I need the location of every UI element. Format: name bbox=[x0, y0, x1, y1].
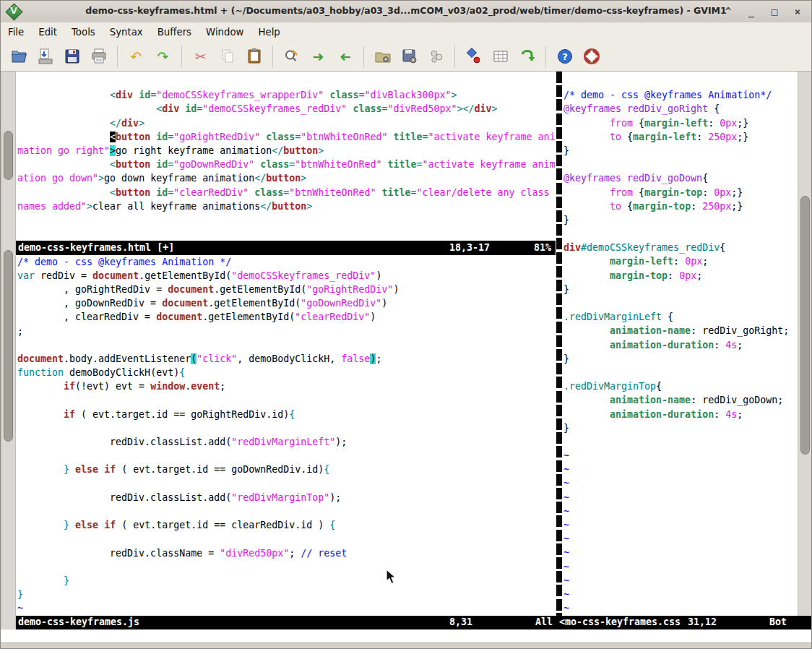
code-line: } bbox=[17, 588, 556, 601]
build-tags-icon[interactable] bbox=[491, 46, 511, 66]
vertical-split-separator[interactable] bbox=[556, 72, 563, 616]
save-all-icon[interactable] bbox=[62, 46, 82, 66]
code-line: from {margin-left: 0px;} bbox=[563, 116, 798, 130]
toolbar-separator bbox=[454, 46, 455, 67]
left-scrollbar-thumb-bottom[interactable] bbox=[4, 250, 13, 442]
window-title: demo-css-keyframes.html + (~/Documents/a… bbox=[1, 5, 811, 16]
window-controls: ^_□× bbox=[722, 1, 804, 22]
code-line bbox=[17, 560, 556, 574]
code-line bbox=[17, 74, 556, 88]
find-prev-icon[interactable]: ➜ bbox=[335, 46, 355, 66]
right-scrollbar-trough[interactable] bbox=[798, 72, 812, 616]
menu-item-buffers[interactable]: Buffers bbox=[150, 24, 199, 40]
code-line bbox=[563, 158, 798, 171]
command-line[interactable] bbox=[1, 629, 812, 642]
minimize-button[interactable]: _ bbox=[745, 6, 758, 17]
code-line: .redDivMarginLeft { bbox=[563, 310, 798, 324]
find-next-icon[interactable]: ➜ bbox=[308, 46, 329, 66]
code-line: names added">clear all keyframe animatio… bbox=[17, 199, 556, 213]
code-line: ~ bbox=[563, 588, 798, 601]
svg-text:?: ? bbox=[562, 51, 568, 62]
code-line: } bbox=[563, 421, 798, 435]
menu-item-file[interactable]: File bbox=[1, 24, 31, 40]
code-line: to {margin-top: 250px;} bbox=[563, 199, 798, 213]
code-line: ~ bbox=[563, 463, 798, 476]
menu-item-help[interactable]: Help bbox=[251, 24, 287, 40]
code-line: animation-name: redDiv_goRight; bbox=[563, 324, 798, 338]
menu-item-window[interactable]: Window bbox=[199, 24, 251, 40]
code-line: var redDiv = document.getElementById("de… bbox=[17, 269, 556, 283]
code-line: <div id="demoCSSkeyframes_wrapperDiv" cl… bbox=[17, 88, 556, 102]
code-line: } bbox=[563, 352, 798, 366]
help-icon[interactable]: ? bbox=[555, 46, 575, 66]
open-icon[interactable] bbox=[9, 46, 29, 66]
right-scrollbar-thumb[interactable] bbox=[800, 196, 810, 455]
print-icon[interactable] bbox=[89, 46, 109, 66]
statusline-bottom[interactable]: demo-css-keyframes.js 8,31 All <mo-css-k… bbox=[16, 616, 812, 630]
code-line: animation-name: redDiv_goDown; bbox=[563, 393, 798, 407]
cut-icon[interactable]: ✂ bbox=[191, 46, 211, 66]
find-help-icon[interactable] bbox=[582, 46, 602, 66]
code-line: /* demo - css @keyframes Animation*/ bbox=[563, 88, 798, 102]
menu-item-edit[interactable]: Edit bbox=[31, 24, 64, 40]
code-line: <button id="goRightRedDiv" class="btnWhi… bbox=[17, 130, 556, 144]
left-scrollbar-thumb-top[interactable] bbox=[4, 131, 13, 180]
code-line: <button id="clearRedDiv" class="btnWhite… bbox=[17, 186, 556, 199]
code-line bbox=[563, 74, 798, 88]
save-icon[interactable] bbox=[35, 46, 56, 66]
code-line: <div id="demoCSSkeyframes_redDiv" class=… bbox=[17, 102, 556, 116]
gvim-window: V demo-css-keyframes.html + (~/Documents… bbox=[0, 0, 812, 649]
code-line bbox=[17, 421, 556, 435]
code-line bbox=[563, 366, 798, 379]
titlebar[interactable]: V demo-css-keyframes.html + (~/Documents… bbox=[1, 1, 811, 23]
code-line bbox=[563, 296, 798, 310]
code-line: <button id="goDownRedDiv" class="btnWhit… bbox=[17, 158, 556, 171]
code-line: ; bbox=[17, 324, 556, 338]
run-script-icon[interactable] bbox=[426, 46, 446, 66]
code-line: div#demoCSSkeyframes_redDiv{ bbox=[563, 241, 798, 254]
statusline-css-scroll: Bot bbox=[769, 616, 787, 627]
code-line: ~ bbox=[563, 601, 798, 615]
maximize-button[interactable]: □ bbox=[768, 6, 781, 17]
code-line: ation go down">go down keyframe animatio… bbox=[17, 171, 556, 185]
find-replace-icon[interactable] bbox=[282, 46, 302, 66]
code-line: } else if ( evt.target.id == goDownRedDi… bbox=[17, 463, 556, 476]
editor-window-html[interactable]: <div id="demoCSSkeyframes_wrapperDiv" cl… bbox=[17, 74, 556, 241]
load-session-icon[interactable] bbox=[373, 46, 393, 66]
window-resize-edge[interactable] bbox=[1, 642, 812, 649]
editor-window-js[interactable]: /* demo - css @keyframes Animation */var… bbox=[17, 255, 556, 616]
code-line bbox=[17, 477, 556, 491]
code-line: ~ bbox=[563, 504, 798, 518]
statusline-js-position: 8,31 bbox=[449, 616, 472, 627]
menu-item-syntax[interactable]: Syntax bbox=[103, 24, 150, 40]
save-session-icon[interactable] bbox=[399, 46, 420, 66]
statusline-html[interactable]: demo-css-keyframes.html [+] 18,3-17 81% bbox=[16, 241, 556, 254]
redo-icon[interactable]: ↷ bbox=[153, 46, 173, 66]
close-button[interactable]: × bbox=[791, 6, 804, 17]
paste-icon[interactable] bbox=[244, 46, 264, 66]
toolbar-separator bbox=[272, 46, 273, 67]
left-scrollbar-trough[interactable] bbox=[1, 72, 16, 629]
code-line bbox=[17, 227, 556, 241]
code-line: ~ bbox=[563, 560, 798, 574]
make-icon[interactable] bbox=[464, 46, 484, 66]
code-line: .redDivMarginTop{ bbox=[563, 379, 798, 393]
code-line: if(!evt) evt = window.event; bbox=[17, 379, 556, 393]
editor-window-css[interactable]: /* demo - css @keyframes Animation*/@key… bbox=[563, 74, 798, 616]
code-line: , goDownRedDiv = document.getElementById… bbox=[17, 296, 556, 310]
undo-icon[interactable]: ↶ bbox=[126, 46, 147, 66]
code-line: mation go right">go right keyframe anima… bbox=[17, 144, 556, 158]
code-line: @keyframes redDiv_goDown{ bbox=[563, 171, 798, 185]
code-line: } bbox=[563, 144, 798, 158]
jump-to-tag-icon[interactable] bbox=[517, 46, 537, 66]
code-line: document.body.addEventListener("click", … bbox=[17, 352, 556, 366]
menu-item-tools[interactable]: Tools bbox=[64, 24, 103, 40]
code-line: } else if ( evt.target.id == clearRedDiv… bbox=[17, 518, 556, 532]
code-line: animation-duration: 4s; bbox=[563, 338, 798, 352]
statusline-html-scroll: 81% bbox=[534, 242, 551, 253]
code-line bbox=[17, 532, 556, 546]
copy-icon[interactable] bbox=[217, 46, 238, 66]
code-line: @keyframes redDiv_goRight { bbox=[563, 102, 798, 116]
shade-button[interactable]: ^ bbox=[722, 6, 735, 17]
code-line: , clearRedDiv = document.getElementById(… bbox=[17, 310, 556, 324]
